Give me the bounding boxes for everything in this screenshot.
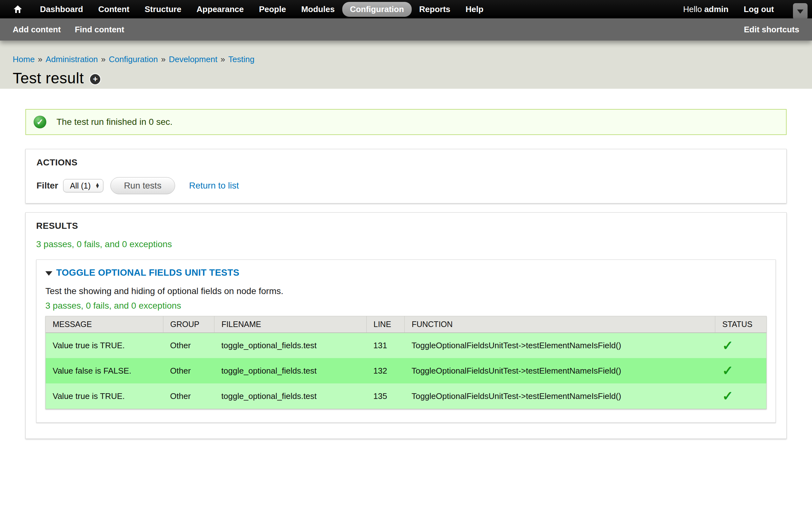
home-icon[interactable] [8,5,28,13]
toolbar-item-modules[interactable]: Modules [294,2,342,17]
toolbar-item-content[interactable]: Content [91,2,137,17]
cell-filename: toggle_optional_fields.test [214,383,366,409]
cell-filename: toggle_optional_fields.test [214,333,366,358]
results-table-wrapper: MESSAGEGROUPFILENAMELINEFUNCTIONSTATUS V… [45,316,767,409]
filter-select[interactable]: All (1) ▲▼ [63,179,103,192]
plus-circle-icon[interactable]: + [90,74,100,84]
cell-group: Other [163,383,214,409]
check-icon: ✓ [722,338,733,353]
page-header: Home»Administration»Configuration»Develo… [0,41,812,89]
username: admin [704,4,728,14]
test-group-summary: 3 passes, 0 fails, and 0 exceptions [45,301,767,311]
toolbar-item-help[interactable]: Help [458,2,491,17]
cell-status: ✓ [715,358,766,383]
cell-status: ✓ [715,383,766,409]
cell-group: Other [163,333,214,358]
run-tests-button[interactable]: Run tests [110,177,175,194]
main-content: ✓ The test run finished in 0 sec. ACTION… [0,109,812,439]
return-to-list-link[interactable]: Return to list [189,181,239,191]
page-title: Test result [13,69,84,87]
test-group-fieldset: TOGGLE OPTIONAL FIELDS UNIT TESTS Test t… [36,260,776,423]
results-table: MESSAGEGROUPFILENAMELINEFUNCTIONSTATUS V… [46,316,766,409]
results-fieldset: RESULTS 3 passes, 0 fails, and 0 excepti… [26,212,786,439]
breadcrumb: Home»Administration»Configuration»Develo… [13,55,799,64]
filter-select-value: All (1) [70,181,90,190]
greeting-text: Hello [683,4,704,14]
cell-message: Value false is FALSE. [46,358,163,383]
breadcrumb-separator: » [38,55,42,64]
test-result-row: Value true is TRUE.Othertoggle_optional_… [46,383,766,409]
shortcut-find-content[interactable]: Find content [75,25,124,35]
actions-fieldset: ACTIONS Filter All (1) ▲▼ Run tests Retu… [26,149,786,204]
check-icon: ✓ [722,363,733,378]
test-group-legend: TOGGLE OPTIONAL FIELDS UNIT TESTS [45,268,767,278]
toolbar-item-structure[interactable]: Structure [137,2,189,17]
column-header-group: GROUP [163,316,214,333]
test-group-description: Test the showing and hiding of optional … [45,286,767,296]
shortcut-add-content[interactable]: Add content [13,25,61,35]
home-icon-glyph [13,5,22,13]
cell-message: Value true is TRUE. [46,383,163,409]
actions-legend: ACTIONS [37,158,786,168]
column-header-status: STATUS [715,316,766,333]
toolbar-left: DashboardContentStructureAppearancePeopl… [8,2,683,17]
toolbar-item-reports[interactable]: Reports [412,2,458,17]
triangle-down-icon [45,271,52,276]
check-icon: ✓ [722,389,733,403]
user-greeting: Hello admin [683,4,728,14]
column-header-line: LINE [366,316,404,333]
toolbar-menu: DashboardContentStructureAppearancePeopl… [32,2,491,17]
cell-function: ToggleOptionalFieldsUnitTest->testElemen… [404,333,715,358]
filter-row: Filter All (1) ▲▼ Run tests Return to li… [37,177,786,194]
column-header-message: MESSAGE [46,316,163,333]
breadcrumb-link-administration[interactable]: Administration [46,55,98,64]
cell-filename: toggle_optional_fields.test [214,358,366,383]
results-legend: RESULTS [36,221,776,231]
logout-link[interactable]: Log out [744,4,774,14]
breadcrumb-link-testing[interactable]: Testing [229,55,254,64]
results-summary: 3 passes, 0 fails, and 0 exceptions [36,239,776,249]
cell-function: ToggleOptionalFieldsUnitTest->testElemen… [404,383,715,409]
toolbar-item-dashboard[interactable]: Dashboard [32,2,91,17]
select-arrows-icon: ▲▼ [95,183,100,189]
toolbar-item-appearance[interactable]: Appearance [189,2,252,17]
title-row: Test result + [13,69,799,87]
breadcrumb-link-home[interactable]: Home [13,55,35,64]
breadcrumb-link-configuration[interactable]: Configuration [109,55,158,64]
test-result-row: Value false is FALSE.Othertoggle_optiona… [46,358,766,383]
check-circle-icon: ✓ [34,116,46,128]
breadcrumb-separator: » [161,55,165,64]
status-message: ✓ The test run finished in 0 sec. [26,109,786,135]
shortcuts-bar: Add contentFind content Edit shortcuts [0,18,812,41]
shortcut-items: Add contentFind content [13,25,744,35]
breadcrumb-separator: » [101,55,106,64]
cell-group: Other [163,358,214,383]
breadcrumb-separator: » [220,55,225,64]
test-group-title-link[interactable]: TOGGLE OPTIONAL FIELDS UNIT TESTS [56,268,240,278]
cell-status: ✓ [715,333,766,358]
toolbar-item-people[interactable]: People [251,2,293,17]
filter-label: Filter [37,181,58,191]
column-header-filename: FILENAME [214,316,366,333]
cell-line: 132 [366,358,404,383]
cell-message: Value true is TRUE. [46,333,163,358]
cell-line: 131 [366,333,404,358]
status-message-text: The test run finished in 0 sec. [56,117,172,127]
cell-function: ToggleOptionalFieldsUnitTest->testElemen… [404,358,715,383]
chevron-down-icon [797,9,803,14]
test-result-row: Value true is TRUE.Othertoggle_optional_… [46,333,766,358]
edit-shortcuts-link[interactable]: Edit shortcuts [744,25,799,35]
cell-line: 135 [366,383,404,409]
toolbar-item-configuration[interactable]: Configuration [342,2,411,17]
column-header-function: FUNCTION [404,316,715,333]
admin-toolbar: DashboardContentStructureAppearancePeopl… [0,0,812,18]
table-header-row: MESSAGEGROUPFILENAMELINEFUNCTIONSTATUS [46,316,766,333]
toolbar-toggle-button[interactable] [793,3,808,20]
breadcrumb-link-development[interactable]: Development [169,55,217,64]
